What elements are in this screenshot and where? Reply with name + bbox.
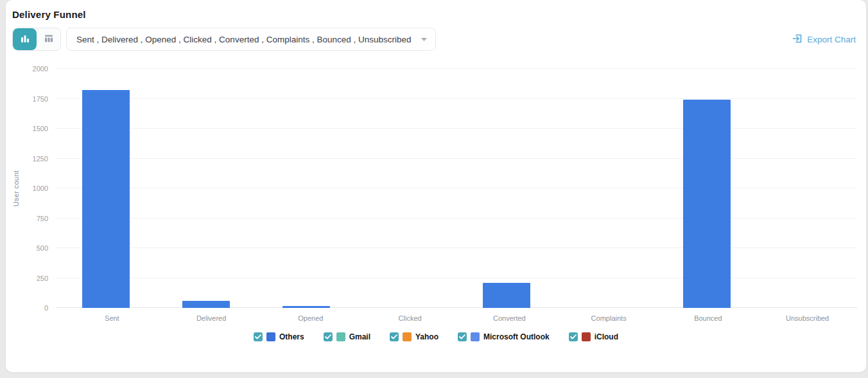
- export-chart-label: Export Chart: [807, 35, 856, 44]
- gridline-0: [56, 307, 857, 308]
- bar-chart-icon: [20, 33, 30, 46]
- chart-view-button[interactable]: [13, 28, 37, 50]
- checkmark-icon: [325, 334, 331, 339]
- legend-label-others: Others: [279, 332, 304, 341]
- export-icon: [792, 33, 803, 46]
- y-tick-label-2000: 2000: [33, 65, 48, 73]
- legend-item-yahoo[interactable]: Yahoo: [390, 332, 438, 341]
- x-label-converted: Converted: [460, 314, 559, 322]
- y-tick-label-1500: 1500: [33, 125, 48, 132]
- x-axis-labels: SentDeliveredOpenedClickedConvertedCompl…: [62, 314, 857, 322]
- x-label-sent: Sent: [62, 314, 162, 322]
- legend-checkbox-others[interactable]: [254, 332, 263, 341]
- gridline-1500: [56, 128, 857, 129]
- legend-swatch-gmail: [336, 332, 345, 341]
- legend-label-yahoo: Yahoo: [415, 332, 438, 341]
- gridline-1000: [56, 188, 857, 188]
- chart-legend: OthersGmailYahooMicrosoft OutlookiCloud: [6, 332, 866, 341]
- gridline-1750: [56, 98, 857, 99]
- y-tick-label-1250: 1250: [33, 155, 48, 163]
- legend-checkbox-icloud[interactable]: [569, 332, 578, 341]
- plot-area: [56, 69, 857, 308]
- y-tick-label-250: 250: [37, 274, 48, 282]
- delivery-funnel-card: Delivery Funnel: [6, 0, 866, 372]
- table-icon: [44, 33, 54, 46]
- chevron-down-icon: [421, 37, 428, 42]
- legend-checkbox-yahoo[interactable]: [390, 332, 399, 341]
- bar-sent[interactable]: [82, 90, 130, 308]
- checkmark-icon: [570, 334, 577, 339]
- legend-checkbox-gmail[interactable]: [324, 332, 333, 341]
- legend-checkbox-microsoft-outlook[interactable]: [458, 332, 467, 341]
- legend-item-others[interactable]: Others: [254, 332, 304, 341]
- card-header: Delivery Funnel: [6, 0, 866, 20]
- legend-label-microsoft-outlook: Microsoft Outlook: [483, 332, 550, 341]
- legend-label-gmail: Gmail: [349, 332, 370, 341]
- table-view-button[interactable]: [37, 28, 60, 50]
- legend-swatch-others: [266, 332, 275, 341]
- gridline-2000: [56, 68, 857, 69]
- gridline-250: [56, 278, 857, 278]
- x-label-opened: Opened: [261, 314, 361, 322]
- export-chart-button[interactable]: Export Chart: [792, 33, 856, 46]
- gridline-1250: [56, 158, 857, 159]
- bar-bounced[interactable]: [683, 100, 731, 308]
- legend-item-icloud[interactable]: iCloud: [569, 332, 618, 341]
- x-label-clicked: Clicked: [360, 314, 460, 322]
- bar-converted[interactable]: [483, 283, 531, 308]
- chart-section: User count 02505007501000125015001750200…: [6, 69, 866, 322]
- legend-item-microsoft-outlook[interactable]: Microsoft Outlook: [458, 332, 550, 341]
- legend-swatch-microsoft-outlook: [471, 332, 480, 341]
- page-title: Delivery Funnel: [12, 9, 856, 20]
- legend-label-icloud: iCloud: [595, 332, 618, 341]
- x-label-bounced: Bounced: [659, 314, 758, 322]
- y-tick-label-1750: 1750: [33, 95, 48, 103]
- y-axis-ticks: 025050075010001250150017502000: [26, 69, 56, 308]
- y-axis-title: User count: [12, 170, 20, 206]
- gridline-500: [56, 248, 857, 248]
- metrics-dropdown-value: Sent , Delivered , Opened , Clicked , Co…: [76, 35, 412, 44]
- legend-swatch-yahoo: [403, 332, 412, 341]
- gridline-750: [56, 218, 857, 219]
- x-label-unsubscribed: Unsubscribed: [758, 314, 857, 322]
- y-tick-label-500: 500: [37, 244, 48, 252]
- legend-item-gmail[interactable]: Gmail: [324, 332, 370, 341]
- x-label-delivered: Delivered: [162, 314, 261, 322]
- x-label-complaints: Complaints: [559, 314, 659, 322]
- bar-opened[interactable]: [282, 306, 331, 308]
- view-toggle-group: [12, 28, 61, 51]
- y-tick-label-0: 0: [44, 304, 48, 312]
- checkmark-icon: [459, 334, 465, 339]
- legend-swatch-icloud: [582, 332, 591, 341]
- metrics-dropdown[interactable]: Sent , Delivered , Opened , Clicked , Co…: [66, 28, 436, 51]
- chart-toolbar: Sent , Delivered , Opened , Clicked , Co…: [6, 28, 866, 51]
- checkmark-icon: [391, 334, 397, 339]
- y-tick-label-750: 750: [37, 215, 48, 222]
- bar-delivered[interactable]: [182, 301, 230, 308]
- y-tick-label-1000: 1000: [33, 184, 48, 192]
- checkmark-icon: [255, 334, 261, 339]
